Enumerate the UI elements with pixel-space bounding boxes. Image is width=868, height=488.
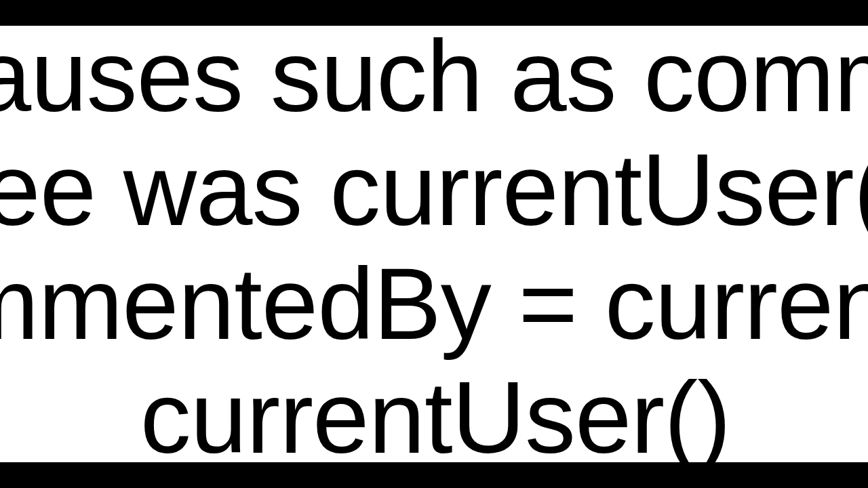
content-frame: lauses such as comm ee was currentUser( … — [0, 26, 868, 462]
text-line-4: currentUser() — [140, 361, 730, 462]
text-line-3: mmentedBy = current — [0, 247, 868, 361]
text-line-2: ee was currentUser( — [0, 133, 868, 247]
body-text: lauses such as comm ee was currentUser( … — [0, 26, 868, 462]
text-line-1: lauses such as comm — [0, 26, 868, 133]
